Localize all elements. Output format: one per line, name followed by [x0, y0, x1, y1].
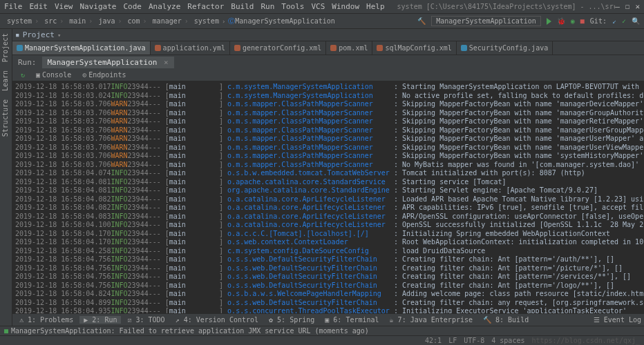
file-icon: [461, 45, 467, 51]
log-line: 2019-12-18 16:58:04.082 INFO 23944 --- […: [15, 204, 641, 213]
run-config[interactable]: ManagerSystemApplication: [431, 16, 541, 26]
menu-vcs[interactable]: VCS: [311, 2, 325, 11]
bc-part[interactable]: src: [44, 17, 57, 25]
bc-part[interactable]: system: [194, 17, 219, 25]
menu-help[interactable]: Help: [366, 2, 385, 11]
menu-run[interactable]: Run: [261, 2, 274, 11]
log-line: 2019-12-18 16:58:03.706 WARN 23944 --- […: [15, 117, 641, 126]
run-icon[interactable]: [547, 18, 551, 25]
encoding[interactable]: UTF-8: [464, 337, 484, 344]
menu-edit[interactable]: Edit: [30, 2, 48, 11]
rerun-icon[interactable]: ↻: [21, 71, 25, 79]
sidebar-learn[interactable]: Learn: [0, 66, 10, 95]
indent[interactable]: 4 spaces: [491, 337, 524, 344]
project-toolwindow-header[interactable]: ▪Project ▾: [12, 29, 644, 41]
bottom-terminal[interactable]: ▣ 6: Terminal: [321, 316, 383, 324]
log-line: 2019-12-18 16:58:03.024 INFO 23944 --- […: [15, 92, 641, 101]
log-line: 2019-12-18 16:58:03.706 WARN 23944 --- […: [15, 135, 641, 144]
menu-code[interactable]: Code: [123, 2, 142, 11]
project-name: system: [397, 3, 422, 10]
bottom-spring[interactable]: ✿ 5: Spring: [265, 316, 319, 324]
tab-application.yml[interactable]: application.yml: [151, 41, 230, 55]
file-icon: [377, 45, 383, 51]
log-line: 2019-12-18 16:58:04.081 INFO 23944 --- […: [15, 186, 641, 195]
menu-file[interactable]: File: [4, 2, 23, 11]
log-line: 2019-12-18 16:58:03.017 INFO 23944 --- […: [15, 83, 641, 92]
log-line: 2019-12-18 16:58:03.706 WARN 23944 --- […: [15, 109, 641, 118]
tab-SecurityConfig.java[interactable]: SecurityConfig.java: [457, 41, 553, 55]
file-icon: [155, 45, 161, 51]
search-icon[interactable]: 🔍: [632, 17, 640, 25]
hammer-icon[interactable]: 🔨: [417, 17, 426, 25]
run-label: Run:: [12, 58, 42, 67]
bc-part[interactable]: main: [69, 17, 86, 25]
log-line: 2019-12-18 16:58:03.706 WARN 23944 --- […: [15, 144, 641, 152]
left-sidebar: ProjectLearnStructure: [0, 29, 12, 335]
log-line: 2019-12-18 16:58:04.824 INFO 23944 --- […: [15, 290, 641, 299]
log-line: 2019-12-18 16:58:04.100 INFO 23944 --- […: [15, 221, 641, 230]
bottom-java-enterprise[interactable]: ☕ 7: Java Enterprise: [386, 316, 477, 324]
bc-part[interactable]: java: [98, 17, 115, 25]
log-line: 2019-12-18 16:58:04.756 INFO 23944 --- […: [15, 264, 641, 273]
bottom-run[interactable]: ▶ 2: Run: [79, 316, 121, 324]
log-line: 2019-12-18 16:58:04.756 INFO 23944 --- […: [15, 255, 641, 264]
tab-generatorConfig.xml[interactable]: generatorConfig.xml: [230, 41, 326, 55]
bottom-problems[interactable]: ⚠ 1: Problems: [15, 316, 77, 324]
log-line: 2019-12-18 16:58:04.074 INFO 23944 --- […: [15, 169, 641, 178]
event-log-button[interactable]: ☰ Event Log: [594, 316, 641, 324]
bottom-version-control[interactable]: ↗ 4: Version Control: [171, 316, 263, 324]
close-icon[interactable]: ×: [159, 58, 168, 67]
log-line: 2019-12-18 16:58:04.081 INFO 23944 --- […: [15, 178, 641, 187]
log-line: 2019-12-18 16:58:04.083 INFO 23944 --- […: [15, 213, 641, 221]
log-line: 2019-12-18 16:58:04.899 INFO 23944 --- […: [15, 299, 641, 308]
run-tab[interactable]: ManagerSystemApplication ×: [42, 57, 174, 68]
file-icon: [234, 45, 240, 51]
cursor-pos: 42:1: [425, 337, 442, 344]
menu-window[interactable]: Window: [332, 2, 359, 11]
sidebar-project[interactable]: Project: [0, 29, 10, 66]
watermark: https://blog.csdn.net/qxj_: [531, 337, 640, 344]
close-icon[interactable]: ✕: [635, 2, 640, 11]
breadcrumb: system›src›main›java›com›manager›system …: [0, 14, 644, 29]
git-label: Git:: [590, 17, 607, 25]
menu-refactor[interactable]: Refactor: [187, 2, 224, 11]
tab-sqlMapConfig.xml[interactable]: sqlMapConfig.xml: [372, 41, 456, 55]
bottom-todo[interactable]: ☑ 3: TODO: [123, 316, 169, 324]
file-icon: [330, 45, 337, 51]
breadcrumb-file[interactable]: ManagerSystemApplication: [235, 17, 335, 25]
log-line: 2019-12-18 16:58:04.258 INFO 23944 --- […: [15, 247, 641, 256]
line-ending[interactable]: LF: [448, 337, 457, 344]
log-line: 2019-12-18 16:58:04.756 INFO 23944 --- […: [15, 282, 641, 290]
tab-ManagerSystemApplication.java[interactable]: ManagerSystemApplication.java: [12, 41, 151, 55]
menu-view[interactable]: View: [55, 2, 73, 11]
git-commit-icon[interactable]: ✓: [622, 17, 626, 25]
maximize-icon[interactable]: ☐: [625, 2, 630, 11]
menu-build[interactable]: Build: [231, 2, 254, 11]
log-line: 2019-12-18 16:58:04.170 INFO 23944 --- […: [15, 230, 641, 239]
console-output[interactable]: 2019-12-18 16:58:03.017 INFO 23944 --- […: [12, 81, 644, 331]
debug-icon[interactable]: 🐞: [557, 17, 565, 25]
menu-tools[interactable]: Tools: [281, 2, 304, 11]
log-line: 2019-12-18 16:58:04.082 INFO 23944 --- […: [15, 195, 641, 204]
tab-pom.xml[interactable]: pom.xml: [326, 41, 372, 55]
endpoints-tab[interactable]: ⊙ Endpoints: [82, 71, 126, 79]
status-message: ■ManagerSystemApplication: Failed to ret…: [0, 326, 644, 335]
git-update-icon[interactable]: ↙: [612, 17, 616, 25]
bc-part[interactable]: manager: [153, 17, 182, 25]
bc-part[interactable]: com: [128, 17, 140, 25]
log-line: 2019-12-18 16:58:04.170 INFO 23944 --- […: [15, 238, 641, 247]
bc-part[interactable]: system: [7, 17, 32, 25]
file-icon: [17, 45, 23, 51]
editor-tabs: ManagerSystemApplication.javaapplication…: [12, 41, 644, 55]
coverage-icon[interactable]: ◉: [571, 17, 575, 25]
minimize-icon[interactable]: —: [615, 2, 620, 11]
bottom-build[interactable]: 🔨 8: Build: [479, 316, 533, 324]
stop-icon[interactable]: ■: [580, 17, 585, 25]
menu-navigate[interactable]: Navigate: [80, 2, 117, 11]
log-line: 2019-12-18 16:58:03.706 WARN 23944 --- […: [15, 161, 641, 170]
run-subtabs: ↻ ▣ Console ⊙ Endpoints: [12, 69, 644, 81]
log-line: 2019-12-18 16:58:03.706 WARN 23944 --- […: [15, 100, 641, 109]
sidebar-structure[interactable]: Structure: [0, 95, 10, 141]
menu-analyze[interactable]: Analyze: [149, 2, 180, 11]
console-tab[interactable]: ▣ Console: [36, 71, 71, 79]
